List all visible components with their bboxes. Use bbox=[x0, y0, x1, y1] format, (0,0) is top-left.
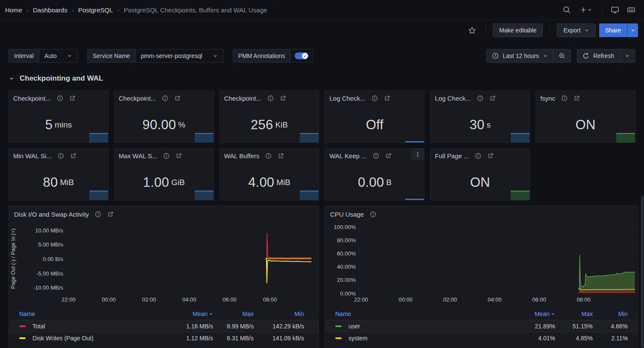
stat-panel-title[interactable]: Checkpoint... bbox=[224, 95, 262, 102]
legend-row: Total 1.16 MB/s 8.99 MB/s 142.29 kB/s bbox=[9, 320, 319, 332]
keyboard-icon[interactable] bbox=[624, 3, 638, 17]
svg-text:Page Out (-) / Page In (+): Page Out (-) / Page In (+) bbox=[10, 229, 16, 289]
info-icon[interactable] bbox=[265, 153, 272, 159]
svg-text:-5.00 MB/s: -5.00 MB/s bbox=[36, 270, 63, 277]
sort-chevron-icon bbox=[209, 312, 213, 316]
info-icon[interactable] bbox=[162, 95, 168, 102]
add-menu-button[interactable] bbox=[576, 3, 596, 17]
search-icon[interactable] bbox=[560, 3, 574, 17]
info-icon[interactable] bbox=[561, 95, 568, 102]
info-icon[interactable] bbox=[163, 153, 170, 159]
info-icon[interactable] bbox=[58, 153, 64, 159]
time-range-picker[interactable]: Last 12 hours bbox=[487, 49, 553, 62]
stat-panel-title[interactable]: fsync bbox=[540, 95, 555, 102]
section-checkpointing-and-wal[interactable]: Checkpointing and WAL bbox=[9, 72, 635, 85]
zoom-out-time-button[interactable] bbox=[553, 49, 571, 62]
dashboard-toolbar: Make editable Export Share bbox=[0, 20, 644, 41]
disk-io-chart[interactable]: 22:0000:0002:0004:0006:0008:0010.00 MB/s… bbox=[9, 220, 319, 307]
stat-panel-title[interactable]: WAL Buffers bbox=[224, 152, 260, 160]
service-name-select[interactable]: pmm-server-postgresql bbox=[136, 49, 223, 62]
legend-col-name[interactable]: Name bbox=[335, 310, 512, 317]
stat-panel-title[interactable]: Checkpoint... bbox=[13, 95, 51, 102]
monitor-icon[interactable] bbox=[608, 3, 622, 17]
stat-panel-title[interactable]: Log Check... bbox=[435, 95, 471, 102]
legend-series-name[interactable]: system bbox=[335, 335, 512, 342]
stat-panel-title[interactable]: WAL Keep ... bbox=[329, 152, 366, 160]
info-icon[interactable] bbox=[57, 95, 63, 102]
svg-text:04:00: 04:00 bbox=[182, 296, 196, 303]
legend-max-value: 8.99 MB/s bbox=[213, 323, 254, 330]
stat-panel-title[interactable]: Min WAL Si... bbox=[13, 152, 52, 160]
stat-panel-title[interactable]: Max WAL S... bbox=[119, 152, 158, 160]
legend-col-max[interactable]: Max bbox=[555, 310, 593, 317]
cpu-usage-legend: Name Mean Max Min user 21.89% 51.15% 4.6… bbox=[325, 308, 638, 344]
chevron-down-icon bbox=[67, 53, 72, 58]
info-icon[interactable] bbox=[95, 211, 101, 218]
svg-text:80.00%: 80.00% bbox=[337, 237, 356, 244]
legend-col-mean[interactable]: Mean bbox=[512, 310, 555, 317]
legend-series-name[interactable]: Total bbox=[19, 323, 173, 330]
svg-text:08:00: 08:00 bbox=[263, 296, 277, 303]
info-icon[interactable] bbox=[370, 211, 376, 218]
panel-title[interactable]: Disk I/O and Swap Activity bbox=[14, 211, 89, 218]
disk-io-legend: Name Mean Max Min Total 1.16 MB/s 8.99 M… bbox=[9, 308, 319, 344]
stat-sparkline bbox=[89, 191, 108, 200]
external-link-icon[interactable] bbox=[385, 153, 392, 159]
external-link-icon[interactable] bbox=[176, 153, 182, 159]
share-split-button: Share bbox=[599, 23, 638, 37]
legend-col-min[interactable]: Min bbox=[254, 310, 304, 317]
info-icon[interactable] bbox=[475, 153, 481, 159]
external-link-icon[interactable] bbox=[278, 153, 284, 159]
external-link-icon[interactable] bbox=[107, 211, 114, 218]
external-link-icon[interactable] bbox=[280, 95, 286, 102]
external-link-icon[interactable] bbox=[384, 95, 390, 102]
stat-panel-title[interactable]: Log Check... bbox=[329, 95, 365, 102]
breadcrumb-link[interactable]: Home bbox=[5, 6, 22, 14]
external-link-icon[interactable] bbox=[489, 95, 496, 102]
external-link-icon[interactable] bbox=[70, 153, 76, 159]
make-editable-button[interactable]: Make editable bbox=[493, 23, 543, 37]
svg-text:22:00: 22:00 bbox=[61, 296, 76, 303]
legend-col-name[interactable]: Name bbox=[19, 310, 173, 317]
stat-sparkline bbox=[300, 191, 319, 200]
sort-chevron-icon bbox=[551, 312, 555, 316]
panel-title[interactable]: CPU Usage bbox=[330, 211, 364, 218]
share-button[interactable]: Share bbox=[599, 23, 627, 37]
external-link-icon[interactable] bbox=[69, 95, 76, 102]
grafana-dashboard: Home›Dashboards›PostgreSQL›PostgreSQL Ch… bbox=[0, 0, 644, 348]
info-icon[interactable] bbox=[372, 95, 378, 102]
info-icon[interactable] bbox=[373, 153, 379, 159]
legend-col-max[interactable]: Max bbox=[213, 310, 254, 317]
info-icon[interactable] bbox=[267, 95, 274, 102]
page-scrollbar[interactable] bbox=[641, 0, 644, 348]
external-link-icon[interactable] bbox=[574, 95, 580, 102]
legend-series-name[interactable]: Disk Writes (Page Out) bbox=[19, 335, 173, 342]
stat-panel-title[interactable]: Full Page ... bbox=[435, 152, 469, 160]
divider bbox=[486, 26, 486, 35]
cpu-usage-chart[interactable]: 22:0000:0002:0004:0006:0008:00100.00%80.… bbox=[325, 220, 638, 307]
stat-panel: Max WAL S... 1.00GiB bbox=[114, 148, 214, 200]
external-link-icon[interactable] bbox=[174, 95, 181, 102]
stat-panel-title[interactable]: Checkpoint... bbox=[119, 95, 156, 102]
share-menu-button[interactable] bbox=[627, 23, 638, 37]
scrollbar-thumb[interactable] bbox=[641, 195, 644, 348]
legend-series-name[interactable]: user bbox=[335, 323, 512, 330]
legend-col-min[interactable]: Min bbox=[593, 310, 628, 317]
legend-col-mean[interactable]: Mean bbox=[173, 310, 213, 317]
breadcrumb-link[interactable]: Dashboards bbox=[33, 6, 67, 14]
refresh-button[interactable]: Refresh bbox=[577, 49, 619, 62]
export-button[interactable]: Export bbox=[557, 23, 595, 37]
refresh-interval-button[interactable] bbox=[619, 49, 635, 62]
svg-text:04:00: 04:00 bbox=[488, 296, 502, 303]
panel-menu-kebab-icon[interactable] bbox=[411, 148, 424, 160]
interval-select[interactable]: Auto bbox=[39, 49, 77, 62]
breadcrumb-link[interactable]: PostgreSQL bbox=[78, 6, 113, 14]
info-icon[interactable] bbox=[477, 95, 483, 102]
legend-max-value: 8.31 MB/s bbox=[213, 335, 254, 342]
chevron-down-icon bbox=[630, 28, 635, 33]
pmm-annotations-toggle[interactable]: ✓ bbox=[290, 49, 313, 62]
legend-row: user 21.89% 51.15% 4.66% bbox=[325, 320, 638, 332]
svg-text:-10.00 MB/s: -10.00 MB/s bbox=[33, 284, 64, 291]
external-link-icon[interactable] bbox=[487, 153, 494, 159]
star-icon[interactable] bbox=[465, 23, 479, 37]
